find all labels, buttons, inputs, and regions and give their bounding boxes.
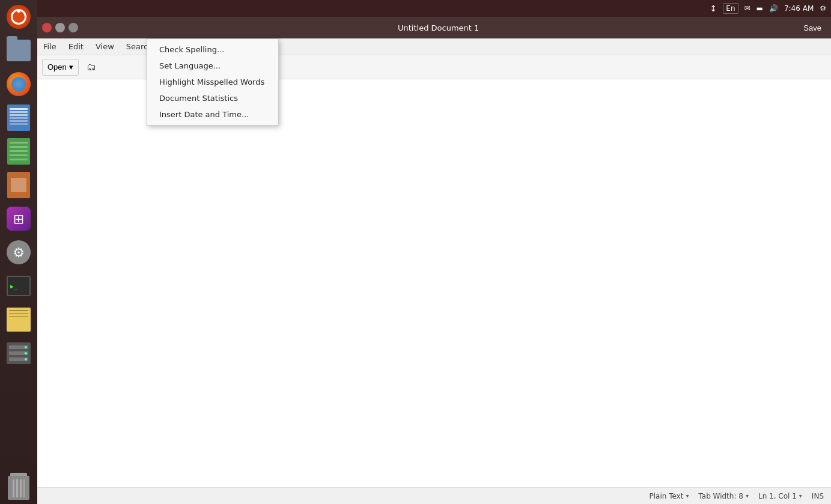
topbar-time: 7:46 AM xyxy=(784,4,814,13)
menu-edit[interactable]: Edit xyxy=(62,38,90,55)
window-minimize-button[interactable] xyxy=(55,23,65,32)
statusbar-cursor-pos[interactable]: Ln 1, Col 1 ▾ xyxy=(758,492,802,500)
appcenter-icon xyxy=(7,207,31,231)
statusbar-ins[interactable]: INS xyxy=(812,492,824,500)
stickynotes-icon xyxy=(7,308,31,332)
tab-width-label: Tab Width: 8 xyxy=(698,492,743,500)
editor-area[interactable] xyxy=(37,79,831,487)
menu-documents[interactable]: Documents xyxy=(190,38,247,55)
sidebar-icon-files[interactable] xyxy=(4,36,33,65)
top-bar: ↕ En ✉ ▬ 🔊 7:46 AM ⚙ xyxy=(37,0,831,17)
top-bar-right: ↕ En ✉ ▬ 🔊 7:46 AM ⚙ xyxy=(710,3,826,14)
sidebar-icon-ubuntu[interactable] xyxy=(4,2,33,31)
statusbar: Plain Text ▾ Tab Width: 8 ▾ Ln 1, Col 1 … xyxy=(37,487,831,504)
terminal-icon xyxy=(7,276,31,296)
open-label: Open xyxy=(47,62,67,71)
window-maximize-button[interactable] xyxy=(68,23,78,32)
menu-tools[interactable]: Tools xyxy=(159,38,190,55)
impress-icon xyxy=(7,172,30,198)
window-controls xyxy=(42,23,78,32)
main-area: ↕ En ✉ ▬ 🔊 7:46 AM ⚙ Untitled Document 1… xyxy=(37,0,831,504)
sidebar-icon-server[interactable] xyxy=(4,339,33,368)
ubuntu-icon xyxy=(7,5,31,29)
sidebar-icon-trash[interactable] xyxy=(4,473,33,502)
sidebar-icon-appcenter[interactable] xyxy=(4,204,33,233)
plain-text-arrow: ▾ xyxy=(686,493,689,499)
window-close-button[interactable] xyxy=(42,23,52,32)
cursor-pos-arrow: ▾ xyxy=(799,493,802,499)
ins-label: INS xyxy=(812,492,824,500)
browse-icon: 🗂 xyxy=(87,62,96,73)
sidebar-icon-writer[interactable] xyxy=(4,103,33,132)
menubar: File Edit View Search Tools Documents He… xyxy=(37,38,831,55)
topbar-battery-icon[interactable]: ▬ xyxy=(756,4,763,13)
save-button[interactable]: Save xyxy=(799,21,826,35)
topbar-sort-icon[interactable]: ↕ xyxy=(710,4,717,13)
tab-width-arrow: ▾ xyxy=(746,493,749,499)
firefox-icon xyxy=(7,72,31,96)
app-window: Untitled Document 1 Save File Edit View … xyxy=(37,17,831,504)
menu-file[interactable]: File xyxy=(37,38,62,55)
sidebar-icon-impress[interactable] xyxy=(4,171,33,199)
open-button[interactable]: Open ▾ xyxy=(42,59,79,76)
window-title: Untitled Document 1 xyxy=(78,23,799,32)
topbar-lang[interactable]: En xyxy=(723,3,738,14)
topbar-mail-icon[interactable]: ✉ xyxy=(744,4,750,13)
topbar-volume-icon[interactable]: 🔊 xyxy=(769,4,778,13)
menu-search[interactable]: Search xyxy=(120,38,159,55)
statusbar-tab-width[interactable]: Tab Width: 8 ▾ xyxy=(698,492,749,500)
sidebar-icon-calc[interactable] xyxy=(4,137,33,166)
cursor-pos-label: Ln 1, Col 1 xyxy=(758,492,797,500)
topbar-gear-icon[interactable]: ⚙ xyxy=(820,4,826,13)
toolbar-browse-button[interactable]: 🗂 xyxy=(81,58,102,76)
sidebar xyxy=(0,0,37,504)
trash-icon xyxy=(8,476,29,500)
server-icon xyxy=(7,342,31,364)
menu-view[interactable]: View xyxy=(90,38,120,55)
statusbar-plain-text[interactable]: Plain Text ▾ xyxy=(649,492,689,500)
writer-icon xyxy=(7,105,30,131)
sidebar-icon-firefox[interactable] xyxy=(4,70,33,99)
settings-icon xyxy=(7,240,31,264)
sidebar-icon-stickynotes[interactable] xyxy=(4,305,33,334)
sidebar-icon-terminal[interactable] xyxy=(4,272,33,300)
menu-help[interactable]: Help xyxy=(247,38,277,55)
window-titlebar: Untitled Document 1 Save xyxy=(37,17,831,38)
calc-icon xyxy=(7,138,30,165)
plain-text-label: Plain Text xyxy=(649,492,683,500)
files-icon xyxy=(7,40,31,61)
toolbar: Open ▾ 🗂 xyxy=(37,55,831,79)
sidebar-icon-settings[interactable] xyxy=(4,238,33,267)
open-arrow-icon: ▾ xyxy=(69,62,73,71)
